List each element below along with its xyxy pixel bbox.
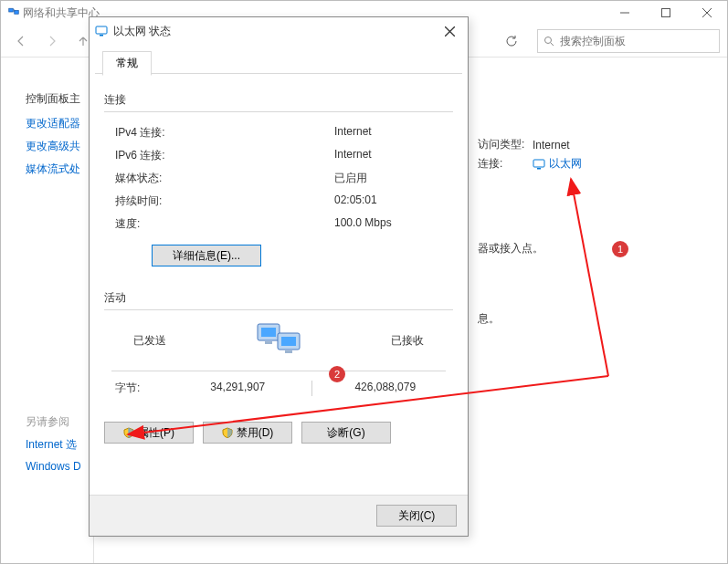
shield-icon: [123, 427, 134, 438]
sidebar-adapter-link[interactable]: 更改适配器: [26, 116, 90, 131]
nav-back-button[interactable]: [8, 28, 34, 54]
ipv6-value: Internet: [334, 148, 453, 163]
dialog-footer: 关闭(C): [90, 495, 468, 536]
bytes-recv-value: 426,088,079: [318, 381, 454, 396]
nav-forward-button[interactable]: [39, 28, 65, 54]
details-button[interactable]: 详细信息(E)...: [152, 245, 261, 266]
content-fragment-1: 器或接入点。: [478, 241, 543, 256]
properties-button[interactable]: 属性(P): [104, 422, 194, 444]
svg-rect-0: [9, 8, 14, 12]
sidebar-inetopts-link[interactable]: Internet 选: [26, 437, 90, 453]
shield-icon: [222, 427, 233, 438]
svg-rect-6: [96, 26, 107, 34]
disable-button-label: 禁用(D): [237, 425, 274, 441]
svg-rect-9: [261, 328, 276, 337]
separator: [111, 371, 446, 371]
refresh-button[interactable]: [499, 28, 524, 54]
svg-rect-4: [533, 160, 544, 167]
section-activity-label: 活动: [104, 290, 453, 306]
svg-rect-12: [281, 337, 296, 346]
dialog-title: 以太网 状态: [113, 24, 437, 39]
app-icon: [8, 6, 19, 20]
disable-button[interactable]: 禁用(D): [203, 422, 292, 444]
dialog-tabbar: 常规: [95, 50, 462, 74]
svg-rect-13: [285, 350, 292, 353]
media-label: 媒体状态:: [115, 171, 334, 186]
ipv4-value: Internet: [334, 125, 453, 141]
maximize-button[interactable]: [645, 1, 686, 25]
activity-computers-icon: [251, 319, 306, 361]
section-connection-label: 连接: [104, 92, 453, 108]
activity-divider: [311, 381, 312, 396]
dialog-body: 连接 IPv4 连接:Internet IPv6 连接:Internet 媒体状…: [90, 74, 468, 458]
svg-rect-7: [100, 35, 103, 37]
sidebar-advanced-link[interactable]: 更改高级共: [26, 139, 90, 154]
connection-link-text: 以太网: [549, 156, 582, 172]
speed-label: 速度:: [115, 216, 334, 232]
duration-value: 02:05:01: [334, 193, 453, 209]
svg-point-3: [545, 37, 552, 43]
close-dialog-button[interactable]: 关闭(C): [376, 505, 457, 527]
sidebar-home-link[interactable]: 控制面板主: [26, 91, 90, 107]
bytes-sent-value: 34,291,907: [170, 381, 306, 396]
search-box[interactable]: [537, 29, 720, 53]
minimize-button[interactable]: [604, 1, 645, 25]
media-value: 已启用: [334, 171, 453, 186]
access-type-value: Internet: [533, 139, 570, 151]
svg-rect-10: [265, 341, 272, 344]
annotation-badge-2: 2: [329, 366, 345, 382]
dialog-close-button[interactable]: [437, 20, 462, 42]
ipv4-label: IPv4 连接:: [115, 125, 334, 141]
annotation-badge-1: 1: [612, 241, 628, 257]
bytes-label: 字节:: [115, 381, 170, 396]
search-icon: [543, 36, 554, 47]
search-input[interactable]: [560, 35, 713, 47]
separator: [104, 111, 453, 112]
duration-label: 持续时间:: [115, 193, 334, 209]
connection-link[interactable]: 以太网: [533, 156, 582, 172]
connections-label: 连接:: [478, 156, 533, 172]
sidebar: 控制面板主 更改适配器 更改高级共 媒体流式处 另请参阅 Internet 选 …: [2, 58, 93, 563]
separator: [104, 309, 453, 310]
close-button[interactable]: [686, 1, 727, 25]
sidebar-streaming-link[interactable]: 媒体流式处: [26, 162, 90, 177]
speed-value: 100.0 Mbps: [334, 216, 453, 232]
monitor-icon: [95, 25, 108, 37]
diagnose-button[interactable]: 诊断(G): [301, 422, 391, 444]
svg-rect-2: [661, 9, 670, 17]
ipv6-label: IPv6 连接:: [115, 148, 334, 163]
sidebar-seealso-label: 另请参阅: [26, 414, 90, 430]
properties-button-label: 属性(P): [138, 425, 174, 441]
content-fragment-2: 息。: [478, 311, 543, 327]
access-type-label: 访问类型:: [478, 137, 533, 152]
dialog-titlebar[interactable]: 以太网 状态: [90, 17, 468, 45]
recv-label: 已接收: [362, 333, 453, 349]
sent-label: 已发送: [104, 333, 195, 349]
ethernet-status-dialog: 以太网 状态 常规 连接 IPv4 连接:Internet IPv6 连接:In…: [89, 16, 469, 537]
svg-rect-1: [15, 10, 19, 14]
svg-rect-5: [537, 168, 541, 170]
sidebar-windows-link[interactable]: Windows D: [26, 460, 90, 473]
tab-general[interactable]: 常规: [102, 51, 152, 76]
monitor-icon: [533, 158, 545, 171]
